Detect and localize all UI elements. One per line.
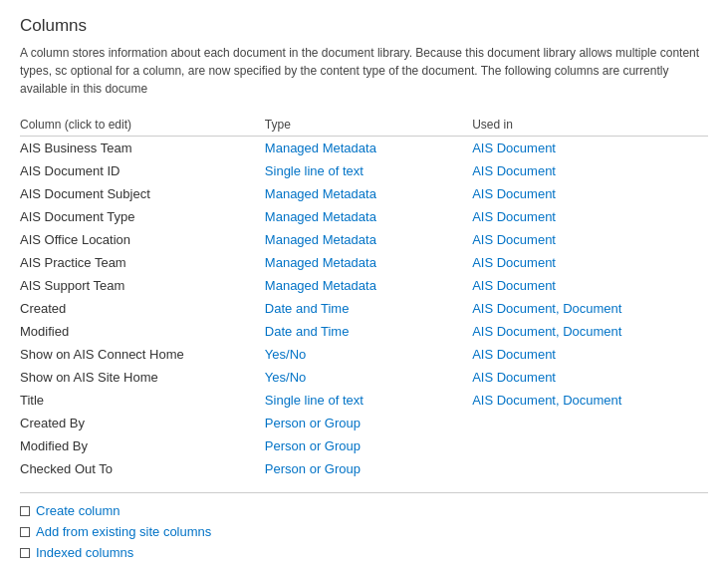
table-row[interactable]: AIS Office LocationManaged MetadataAIS D… <box>20 228 708 251</box>
divider <box>20 492 708 493</box>
table-row[interactable]: Modified ByPerson or Group <box>20 434 708 457</box>
column-type: Managed Metadata <box>265 205 472 228</box>
column-used-in: AIS Document <box>472 228 708 251</box>
column-type: Single line of text <box>265 159 472 182</box>
column-used-in: AIS Document, Document <box>472 389 708 412</box>
footer-link-item: Indexed columns <box>20 545 708 560</box>
table-row[interactable]: AIS Business TeamManaged MetadataAIS Doc… <box>20 137 708 160</box>
column-used-in: AIS Document <box>472 159 708 182</box>
column-name-link[interactable]: AIS Practice Team <box>20 255 126 270</box>
footer-link-indexed-columns[interactable]: Indexed columns <box>36 545 133 560</box>
column-type: Managed Metadata <box>265 137 472 160</box>
footer-link-item: Add from existing site columns <box>20 524 708 539</box>
column-name-link[interactable]: AIS Document ID <box>20 163 120 178</box>
column-type: Managed Metadata <box>265 182 472 205</box>
column-name-link[interactable]: AIS Business Team <box>20 141 131 155</box>
column-type: Single line of text <box>265 389 472 412</box>
column-type: Yes/No <box>265 343 472 366</box>
column-name-link[interactable]: AIS Support Team <box>20 278 124 293</box>
footer-link-icon <box>20 548 30 558</box>
column-name-link[interactable]: Created By <box>20 416 85 430</box>
column-type: Yes/No <box>265 366 472 389</box>
table-row[interactable]: Show on AIS Connect HomeYes/NoAIS Docume… <box>20 343 708 366</box>
column-type: Person or Group <box>265 434 472 457</box>
column-type: Date and Time <box>265 320 472 343</box>
header-type: Type <box>265 114 472 137</box>
table-row[interactable]: CreatedDate and TimeAIS Document, Docume… <box>20 297 708 320</box>
column-name-link[interactable]: Show on AIS Connect Home <box>20 347 184 362</box>
column-name-link[interactable]: Title <box>20 393 44 408</box>
column-name-link[interactable]: Created <box>20 301 66 316</box>
column-name-link[interactable]: Modified <box>20 324 69 339</box>
column-name-link[interactable]: AIS Document Subject <box>20 186 150 201</box>
column-name-link[interactable]: Checked Out To <box>20 461 113 476</box>
page-description: A column stores information about each d… <box>20 44 708 98</box>
table-row[interactable]: AIS Document TypeManaged MetadataAIS Doc… <box>20 205 708 228</box>
column-used-in <box>472 434 708 457</box>
table-row[interactable]: AIS Practice TeamManaged MetadataAIS Doc… <box>20 251 708 274</box>
column-used-in: AIS Document <box>472 205 708 228</box>
column-type: Managed Metadata <box>265 228 472 251</box>
column-used-in: AIS Document <box>472 137 708 160</box>
column-used-in: AIS Document <box>472 274 708 297</box>
column-type: Date and Time <box>265 297 472 320</box>
footer-link-icon <box>20 527 30 537</box>
page-title: Columns <box>20 16 708 36</box>
column-used-in: AIS Document, Document <box>472 297 708 320</box>
table-row[interactable]: ModifiedDate and TimeAIS Document, Docum… <box>20 320 708 343</box>
table-row[interactable]: AIS Document SubjectManaged MetadataAIS … <box>20 182 708 205</box>
column-name-link[interactable]: AIS Office Location <box>20 232 130 247</box>
table-row[interactable]: Checked Out ToPerson or Group <box>20 457 708 480</box>
table-row[interactable]: AIS Support TeamManaged MetadataAIS Docu… <box>20 274 708 297</box>
column-used-in <box>472 412 708 434</box>
column-used-in <box>472 457 708 480</box>
footer-link-add-from-existing-site-columns[interactable]: Add from existing site columns <box>36 524 211 539</box>
column-type: Managed Metadata <box>265 251 472 274</box>
column-name-link[interactable]: Show on AIS Site Home <box>20 370 158 385</box>
header-used-in: Used in <box>472 114 708 137</box>
column-used-in: AIS Document <box>472 366 708 389</box>
footer-link-item: Create column <box>20 503 708 518</box>
column-used-in: AIS Document <box>472 343 708 366</box>
column-type: Managed Metadata <box>265 274 472 297</box>
table-row[interactable]: Show on AIS Site HomeYes/NoAIS Document <box>20 366 708 389</box>
footer-link-icon <box>20 506 30 516</box>
header-column: Column (click to edit) <box>20 114 265 137</box>
table-row[interactable]: Created ByPerson or Group <box>20 412 708 434</box>
table-row[interactable]: AIS Document IDSingle line of textAIS Do… <box>20 159 708 182</box>
column-used-in: AIS Document <box>472 251 708 274</box>
column-used-in: AIS Document <box>472 182 708 205</box>
column-name-link[interactable]: Modified By <box>20 438 88 453</box>
columns-table: Column (click to edit) Type Used in AIS … <box>20 114 708 480</box>
footer-links: Create columnAdd from existing site colu… <box>20 503 708 560</box>
footer-link-create-column[interactable]: Create column <box>36 503 121 518</box>
column-type: Person or Group <box>265 457 472 480</box>
column-used-in: AIS Document, Document <box>472 320 708 343</box>
column-name-link[interactable]: AIS Document Type <box>20 209 134 224</box>
table-row[interactable]: TitleSingle line of textAIS Document, Do… <box>20 389 708 412</box>
column-type: Person or Group <box>265 412 472 434</box>
